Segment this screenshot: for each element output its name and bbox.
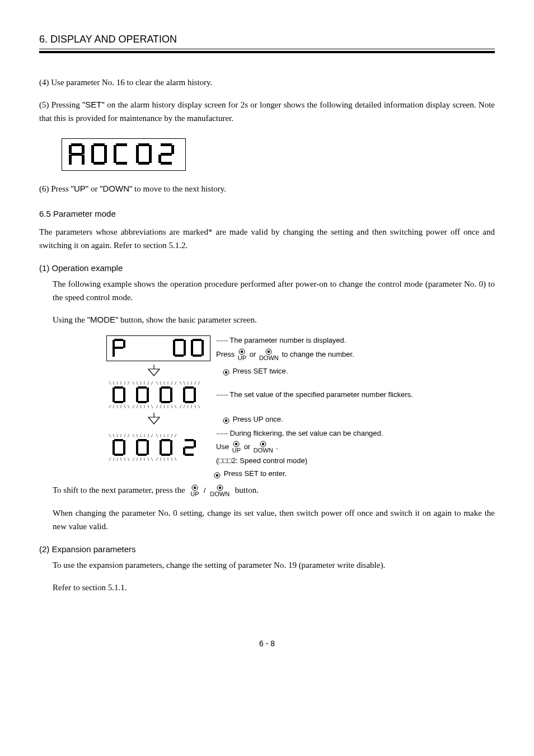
- svg-point-105: [225, 419, 227, 422]
- separator: /: [204, 487, 206, 494]
- seg-0-flicker: [179, 381, 200, 408]
- svg-line-92: [195, 381, 196, 385]
- seg-0: [172, 338, 188, 358]
- text: Using the: [53, 315, 87, 324]
- svg-line-83: [175, 405, 176, 408]
- divider: [39, 49, 495, 49]
- leader-dots: ········: [216, 429, 228, 437]
- svg-line-50: [124, 405, 125, 408]
- svg-line-42: [117, 381, 118, 385]
- svg-line-80: [164, 405, 165, 408]
- svg-rect-4: [69, 155, 72, 165]
- svg-line-106: [109, 434, 111, 437]
- svg-rect-5: [82, 155, 85, 165]
- seg-0-flicker: [132, 434, 153, 461]
- svg-line-99: [198, 405, 200, 408]
- seg-A0C02: [68, 142, 180, 167]
- flow-step-2: ········ The set value of the specified …: [106, 380, 413, 409]
- sub1-p2: Using the "MODE" button, show the basic …: [39, 313, 495, 326]
- svg-line-145: [160, 458, 161, 461]
- svg-rect-53: [113, 388, 115, 402]
- svg-rect-151: [160, 440, 162, 455]
- svg-line-89: [184, 381, 185, 385]
- svg-line-96: [188, 405, 188, 408]
- seg-0-flicker: [156, 434, 177, 461]
- flow-note: The set value of the specified parameter…: [229, 390, 413, 399]
- svg-rect-150: [161, 439, 170, 441]
- svg-rect-103: [185, 401, 194, 403]
- svg-line-129: [137, 458, 138, 461]
- svg-rect-29: [175, 354, 184, 357]
- svg-line-142: [171, 434, 172, 437]
- shift-paragraph: To shift to the next parameter, press th…: [39, 483, 495, 497]
- seg-0-flicker: [132, 381, 153, 408]
- svg-rect-154: [185, 439, 194, 441]
- seg-0-flicker: [109, 434, 130, 461]
- down-arrow-icon: [146, 363, 162, 378]
- svg-rect-31: [191, 340, 193, 356]
- svg-line-61: [151, 381, 153, 385]
- svg-line-60: [148, 381, 149, 385]
- section-6-5-text: The parameters whose abbreviations are m…: [39, 225, 495, 252]
- svg-rect-119: [113, 440, 115, 455]
- svg-line-67: [151, 405, 153, 408]
- down-arrow-icon: [146, 412, 162, 426]
- svg-rect-100: [185, 386, 194, 389]
- svg-rect-16: [138, 162, 149, 165]
- svg-line-77: [175, 381, 176, 385]
- svg-line-46: [109, 405, 111, 408]
- svg-line-117: [128, 458, 129, 461]
- svg-rect-87: [161, 401, 170, 403]
- svg-point-160: [235, 443, 237, 445]
- leader-dots: ········: [216, 390, 228, 399]
- mode-label: "MODE": [87, 315, 119, 324]
- flow-arrow-2: Press UP once.: [146, 412, 233, 426]
- text: on the alarm history display screen for …: [39, 100, 495, 123]
- sub1-p3: When changing the parameter No. 0 settin…: [39, 506, 495, 533]
- svg-rect-70: [147, 388, 149, 402]
- svg-line-73: [160, 381, 161, 385]
- flow-action: Press UP once.: [222, 415, 283, 423]
- svg-line-44: [124, 381, 125, 385]
- sub2-p1: To use the expansion parameters, change …: [39, 558, 495, 572]
- svg-rect-10: [116, 143, 127, 146]
- set-button-icon: [214, 472, 221, 479]
- svg-line-58: [140, 381, 141, 385]
- svg-line-47: [113, 405, 114, 408]
- set-button-icon: [223, 369, 229, 376]
- svg-line-90: [188, 381, 188, 385]
- svg-line-51: [128, 405, 129, 408]
- svg-rect-71: [138, 401, 147, 403]
- paragraph-4: (4) Use parameter No. 16 to clear the al…: [39, 76, 495, 89]
- svg-point-168: [218, 487, 221, 489]
- down-button-icon: DOWN: [259, 348, 279, 361]
- text: (5) Pressing: [39, 100, 82, 109]
- svg-point-39: [225, 371, 227, 374]
- svg-line-110: [124, 434, 125, 437]
- flow-step-3: ········ During flickering, the set valu…: [106, 428, 383, 466]
- svg-line-114: [117, 458, 118, 461]
- svg-line-40: [109, 381, 111, 385]
- text: or: [88, 184, 100, 193]
- svg-line-111: [128, 434, 129, 437]
- svg-line-149: [175, 458, 176, 461]
- svg-line-108: [117, 434, 118, 437]
- up-button-icon: [223, 417, 229, 424]
- svg-line-72: [156, 381, 158, 385]
- flow-note: Press UP or DOWN to change the number.: [216, 348, 354, 361]
- flow-action: Press SET twice.: [222, 367, 288, 375]
- svg-rect-0: [71, 143, 82, 146]
- flow-action: Press SET to enter.: [213, 469, 287, 478]
- svg-line-127: [151, 434, 153, 437]
- svg-rect-156: [185, 446, 194, 449]
- svg-line-133: [151, 458, 153, 461]
- svg-rect-22: [114, 339, 123, 341]
- svg-rect-1: [69, 145, 72, 154]
- section-6-5-title: 6.5 Parameter mode: [39, 209, 495, 218]
- svg-point-166: [194, 487, 196, 489]
- svg-point-35: [241, 350, 243, 352]
- seven-segment-display-flicker: [106, 380, 210, 409]
- divider: [39, 51, 495, 53]
- svg-rect-32: [202, 340, 204, 356]
- svg-line-78: [156, 405, 158, 408]
